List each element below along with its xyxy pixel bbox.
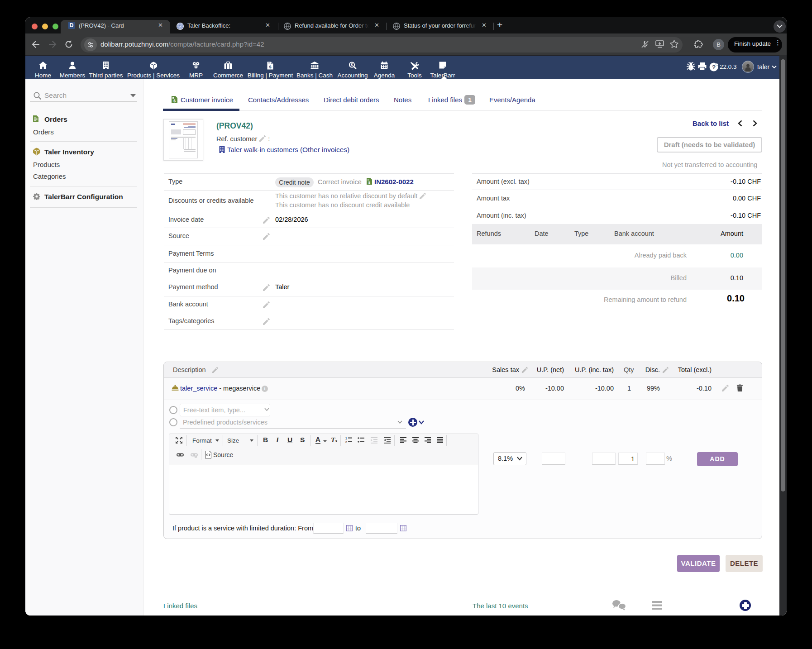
svg-text:?: ? bbox=[712, 64, 716, 71]
svg-text:1: 1 bbox=[345, 437, 347, 440]
svg-text:$: $ bbox=[368, 181, 371, 185]
svg-text:$: $ bbox=[173, 99, 176, 103]
svg-text:$: $ bbox=[351, 62, 353, 67]
svg-text:2: 2 bbox=[345, 440, 347, 444]
svg-text:$: $ bbox=[269, 65, 271, 69]
